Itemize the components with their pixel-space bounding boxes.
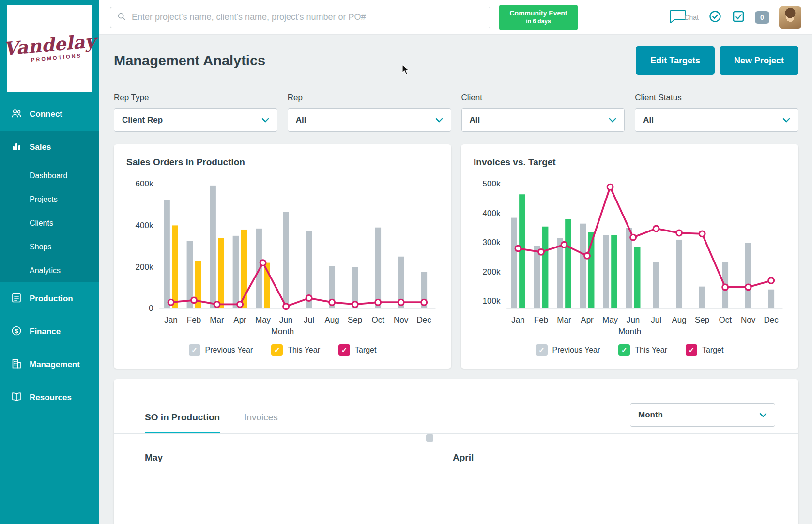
chevron-down-icon: [609, 118, 616, 123]
list-item-checkbox[interactable]: [426, 434, 433, 442]
bar-chart-icon: [11, 140, 22, 154]
chat-label: Chat: [684, 14, 699, 21]
sidebar-item-label: Management: [30, 360, 80, 370]
details-card: SO in Production Invoices Month May Apri…: [114, 379, 798, 524]
column-title-april: April: [453, 452, 474, 463]
tab-invoices[interactable]: Invoices: [244, 412, 278, 433]
legend-checkbox-icon[interactable]: ✓: [686, 344, 697, 356]
company-logo[interactable]: Vandelay PROMOTIONS: [7, 5, 92, 92]
sidebar-item-label: Production: [30, 294, 73, 304]
client-status-dropdown[interactable]: All: [635, 108, 798, 132]
svg-text:400k: 400k: [483, 209, 501, 218]
community-event-button[interactable]: Community Event in 6 days: [499, 5, 578, 30]
sidebar-item-dashboard[interactable]: Dashboard: [0, 164, 99, 187]
svg-text:May: May: [255, 315, 271, 324]
svg-text:Jul: Jul: [651, 315, 661, 324]
svg-text:Dec: Dec: [764, 315, 779, 324]
legend-checkbox-icon[interactable]: ✓: [271, 344, 283, 356]
sidebar-item-shops[interactable]: Shops: [0, 235, 99, 259]
svg-text:Mar: Mar: [557, 315, 571, 324]
svg-text:500k: 500k: [483, 179, 501, 188]
chat-button[interactable]: Chat: [669, 9, 699, 26]
edit-square-icon[interactable]: [732, 10, 745, 25]
legend-label: Previous Year: [552, 346, 600, 354]
chart-title: Sales Orders in Production: [126, 157, 440, 168]
legend-label: Previous Year: [205, 346, 253, 354]
dropdown-value: All: [470, 115, 480, 125]
sidebar-item-clients[interactable]: Clients: [0, 211, 99, 235]
svg-text:Nov: Nov: [741, 315, 756, 324]
filter-rep: Rep All: [288, 93, 451, 132]
event-line1: Community Event: [509, 9, 567, 18]
x-axis-label: Month: [473, 327, 787, 337]
check-circle-icon[interactable]: [708, 10, 722, 25]
legend-checkbox-icon[interactable]: ✓: [338, 344, 350, 356]
page-content: Management Analytics Edit Targets New Pr…: [99, 35, 812, 524]
tab-so-in-production[interactable]: SO in Production: [145, 412, 220, 433]
legend-item[interactable]: ✓Previous Year: [189, 344, 253, 356]
legend-item[interactable]: ✓This Year: [618, 344, 667, 356]
sidebar-item-projects[interactable]: Projects: [0, 187, 99, 211]
legend-checkbox-icon[interactable]: ✓: [536, 344, 548, 356]
main-area: Community Event in 6 days Chat: [99, 0, 812, 524]
filters-row: Rep Type Client Rep Rep All Client: [114, 93, 798, 132]
charts-row: Sales Orders in Production 0200k400k600k…: [114, 144, 798, 369]
svg-text:300k: 300k: [483, 238, 501, 247]
new-project-button[interactable]: New Project: [720, 46, 798, 75]
svg-text:Apr: Apr: [581, 315, 594, 324]
sidebar-item-production[interactable]: Production: [0, 282, 99, 315]
sidebar-item-label: Resources: [30, 393, 72, 402]
chevron-down-icon: [759, 413, 767, 417]
svg-text:Oct: Oct: [719, 315, 732, 324]
svg-text:600k: 600k: [136, 179, 153, 188]
sidebar-item-label: Sales: [30, 142, 51, 152]
user-avatar[interactable]: [779, 6, 801, 29]
filter-rep-type: Rep Type Client Rep: [114, 93, 277, 132]
sidebar-item-connect[interactable]: Connect: [0, 98, 99, 131]
sidebar: Vandelay PROMOTIONS Connect: [0, 0, 99, 524]
legend-checkbox-icon[interactable]: ✓: [618, 344, 630, 356]
chart-title: Invoices vs. Target: [474, 157, 787, 168]
chart-legend: ✓Previous Year✓This Year✓Target: [125, 344, 440, 356]
legend-label: Target: [355, 346, 376, 354]
rep-type-dropdown[interactable]: Client Rep: [114, 108, 277, 132]
event-line2: in 6 days: [526, 18, 551, 25]
invoices-card: Invoices vs. Target 100k200k300k400k500k…: [461, 144, 798, 369]
notification-badge[interactable]: 0: [755, 11, 769, 24]
legend-item[interactable]: ✓This Year: [271, 344, 320, 356]
document-icon: [11, 292, 22, 306]
filter-label: Client: [461, 93, 625, 103]
legend-item[interactable]: ✓Target: [686, 344, 723, 356]
legend-item[interactable]: ✓Target: [338, 344, 376, 356]
legend-item[interactable]: ✓Previous Year: [536, 344, 600, 356]
filter-label: Client Status: [635, 93, 798, 103]
chevron-down-icon: [782, 118, 790, 123]
dollar-circle-icon: $: [11, 325, 22, 339]
sidebar-item-management[interactable]: Management: [0, 348, 99, 381]
sidebar-group-sales: Sales Dashboard Projects Clients Shops A…: [0, 131, 99, 282]
edit-targets-button[interactable]: Edit Targets: [636, 46, 715, 75]
sidebar-item-sales[interactable]: Sales: [0, 131, 99, 164]
building-icon: [11, 358, 22, 372]
svg-text:Nov: Nov: [394, 315, 409, 324]
legend-checkbox-icon[interactable]: ✓: [189, 344, 200, 356]
svg-text:0: 0: [149, 304, 153, 313]
sidebar-item-finance[interactable]: $ Finance: [0, 315, 99, 348]
client-dropdown[interactable]: All: [461, 108, 625, 132]
rep-dropdown[interactable]: All: [288, 108, 451, 132]
sales-orders-chart: 0200k400k600kJanFebMarAprMayJunJulAugSep…: [125, 171, 440, 327]
svg-text:Feb: Feb: [187, 315, 201, 324]
period-dropdown[interactable]: Month: [630, 403, 775, 427]
sidebar-item-label: Finance: [30, 327, 61, 337]
svg-text:Jun: Jun: [627, 315, 640, 324]
svg-text:Aug: Aug: [324, 315, 339, 324]
chart-legend: ✓Previous Year✓This Year✓Target: [473, 344, 787, 356]
sidebar-item-resources[interactable]: Resources: [0, 381, 99, 414]
dropdown-value: All: [643, 115, 654, 125]
search-input[interactable]: [132, 12, 483, 22]
sidebar-item-analytics[interactable]: Analytics: [0, 259, 99, 282]
svg-text:Jan: Jan: [164, 315, 177, 324]
filter-label: Rep: [288, 93, 451, 103]
filter-client-status: Client Status All: [635, 93, 798, 132]
svg-text:Jul: Jul: [304, 315, 314, 324]
